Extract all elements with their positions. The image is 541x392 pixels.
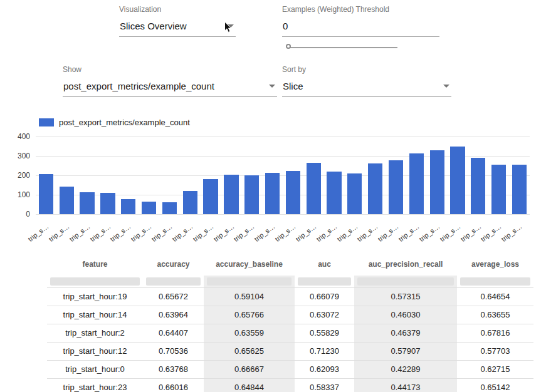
bar [183,191,197,214]
legend-swatch [39,118,54,126]
table-row: trip_start_hour:140.639640.657660.630720… [47,306,533,324]
show-label: Show [63,65,277,74]
table-cell: trip_start_hour:0 [47,360,143,378]
slicing-metrics-browser: Visualization Slices Overview Examples (… [0,0,541,392]
sort-by-select[interactable]: Slice [282,81,451,97]
table-cell: trip_start_hour:14 [47,306,143,324]
bar [265,173,280,214]
bar [162,202,177,214]
visualization-value: Slices Overview [120,21,187,31]
table-cell: 0.65625 [204,342,295,360]
chart-legend: post_export_metrics/example_count [39,118,190,127]
bar [142,202,156,214]
bar [121,199,135,214]
table-cell: 0.62093 [295,360,354,378]
filter-input-accuracy[interactable] [146,277,201,286]
table-cell: 0.46030 [354,306,457,324]
filter-input-auc[interactable] [298,277,351,286]
table-cell: 0.57315 [354,287,457,306]
column-header-accuracy_baseline[interactable]: accuracy_baseline [204,252,295,276]
y-tick-label: 400 [18,132,30,141]
sort-by-control: Sort by Slice [282,65,451,97]
bar [389,160,403,214]
show-control: Show post_export_metrics/example_count [63,65,277,97]
table-cell: 0.66016 [143,378,204,392]
bar [307,163,321,214]
table-row: trip_start_hour:190.656720.591040.660790… [47,287,533,306]
y-tick-label: 0 [26,210,30,219]
table-cell: 0.59104 [204,287,295,306]
table-cell: 0.63655 [457,306,533,324]
metrics-table: featureaccuracyaccuracy_baselineaucauc_p… [47,252,533,392]
table-cell: 0.63964 [143,306,204,324]
table-cell: 0.42289 [354,360,457,378]
table-filter-row [47,276,533,287]
table-cell: 0.58337 [295,378,354,392]
visualization-select[interactable]: Slices Overview [119,21,236,37]
table-row: trip_start_hour:20.644070.635590.558290.… [47,324,533,342]
bar [409,153,424,214]
slider-knob[interactable] [286,44,291,49]
table-cell: 0.63072 [295,306,354,324]
bar [224,175,238,214]
slider-track[interactable] [290,47,397,48]
table-cell: 0.66667 [204,360,295,378]
table-cell: trip_start_hour:12 [47,342,143,360]
column-header-auc_precision_recall[interactable]: auc_precision_recall [354,252,457,276]
bar [100,193,115,214]
table-cell: 0.44173 [354,378,457,392]
table-cell: 0.70536 [143,342,204,360]
column-header-average_loss[interactable]: average_loss [457,252,533,276]
x-tick-label: trip_s… [26,222,50,243]
table-cell: 0.62715 [457,360,533,378]
filter-input-accuracy_baseline[interactable] [207,277,292,286]
sort-by-value: Slice [283,81,303,91]
threshold-label: Examples (Weighted) Threshold [282,5,439,14]
bar [450,147,465,215]
table-cell: 0.63559 [204,324,295,342]
table-cell: 0.63768 [143,360,204,378]
show-select[interactable]: post_export_metrics/example_count [63,81,277,97]
table-cell: 0.55829 [295,324,354,342]
threshold-control: Examples (Weighted) Threshold 0 [282,5,439,37]
metrics-table-wrap: featureaccuracyaccuracy_baselineaucauc_p… [47,252,533,392]
table-cell: 0.46379 [354,324,457,342]
column-header-feature[interactable]: feature [47,252,143,276]
bar [347,173,362,214]
threshold-slider[interactable] [286,43,397,52]
filter-input-feature[interactable] [50,277,140,286]
table-cell: 0.57907 [354,342,457,360]
table-cell: 0.71230 [295,342,354,360]
table-cell: 0.65142 [457,378,533,392]
dropdown-arrow-icon [443,85,449,88]
column-header-accuracy[interactable]: accuracy [143,252,204,276]
table-cell: 0.64654 [457,287,533,306]
bar [430,150,444,214]
filter-input-average_loss[interactable] [460,277,530,286]
table-cell: trip_start_hour:23 [47,378,143,392]
table-cell: 0.66079 [295,287,354,306]
table-cell: 0.57703 [457,342,533,360]
table-cell: 0.65672 [143,287,204,306]
bar [60,187,74,214]
table-cell: 0.64407 [143,324,204,342]
bar [244,175,259,214]
column-header-auc[interactable]: auc [295,252,354,276]
bar [368,163,382,214]
bar [203,179,218,214]
table-header-row: featureaccuracyaccuracy_baselineaucauc_p… [47,252,533,276]
threshold-input[interactable]: 0 [282,21,439,37]
table-row: trip_start_hour:230.660160.648440.583370… [47,378,533,392]
x-axis: trip_s…trip_s…trip_s…trip_s…trip_s…trip_… [36,215,530,240]
y-axis: 0100200300400 [9,137,30,214]
bar [80,192,94,214]
filter-input-auc_precision_recall[interactable] [357,277,454,286]
visualization-control: Visualization Slices Overview [119,5,236,37]
bar [512,165,527,214]
bar [471,158,485,214]
bar [39,174,53,214]
table-cell: 0.67816 [457,324,533,342]
y-tick-label: 200 [18,171,30,180]
table-cell: trip_start_hour:19 [47,287,143,306]
bar [286,171,300,214]
